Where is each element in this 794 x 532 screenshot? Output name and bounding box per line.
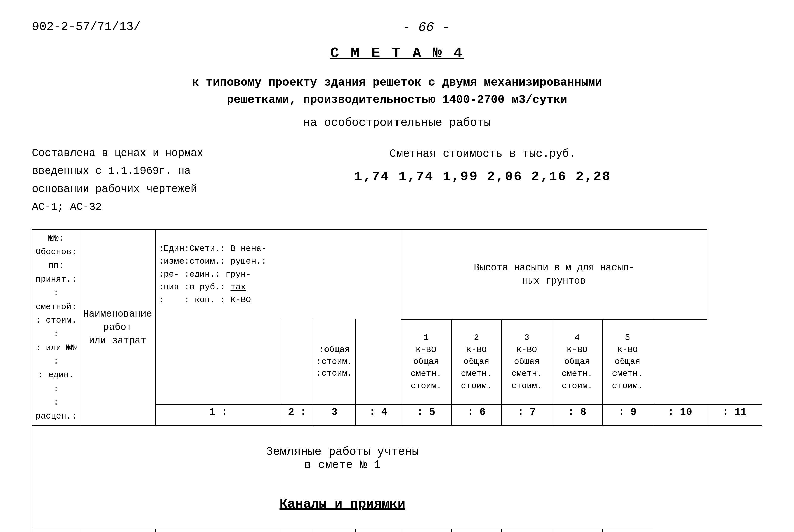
doc-subtitle: к типовому проекту здания решеток с двум… bbox=[32, 74, 762, 109]
col-header-height: Высота насыпи в м для насып-ных грунтов bbox=[401, 229, 707, 320]
col-idx-2: 2 : bbox=[281, 404, 313, 425]
row1-col7: 12,1 bbox=[401, 529, 451, 532]
col-idx-10: : 10 bbox=[653, 404, 707, 425]
info-section: Составлена в ценах и нормах введенных с … bbox=[32, 145, 762, 216]
main-table: №№: Обоснов:пп: принят.:: сметной:: стои… bbox=[32, 229, 762, 532]
section-note-row: Земляные работы учтены в смете № 1 bbox=[32, 438, 762, 479]
col-idx-8: : 8 bbox=[552, 404, 602, 425]
page-number: - 66 - bbox=[141, 20, 712, 35]
col-sub-price bbox=[281, 319, 313, 404]
info-right: Сметная стоимость в тыс.руб. 1,74 1,74 1… bbox=[203, 145, 762, 216]
col-header-1: №№: Обоснов:пп: принят.:: сметной:: стои… bbox=[32, 229, 80, 425]
col-sub-base: :общая:стоим.:стоим. bbox=[313, 319, 356, 404]
row1-col11: 12,1 bbox=[602, 529, 653, 532]
col-sub-unit bbox=[155, 319, 281, 404]
col-idx-4: : 4 bbox=[356, 404, 401, 425]
doc-subtitle2: на особостроительные работы bbox=[32, 116, 762, 129]
col-sub-5: 5К-ВОобщаясметн.стоим. bbox=[602, 319, 653, 404]
row1-unit: М2 bbox=[281, 529, 313, 532]
table-header-row1: №№: Обоснов:пп: принят.:: сметной:: стои… bbox=[32, 229, 762, 320]
row1-name: Уплотнение грунта щеб-нем толщ. 50 мм bbox=[155, 529, 281, 532]
col-sub-4: 4К-ВОобщаясметн.стоим. bbox=[552, 319, 602, 404]
row1-col8: 12,1 bbox=[451, 529, 502, 532]
doc-number: 902-2-57/71/13/ bbox=[32, 20, 141, 34]
col-idx-1: 1 : bbox=[155, 404, 281, 425]
row1-col10: 12,1 bbox=[552, 529, 602, 532]
row1-col6: 12,1 bbox=[356, 529, 401, 532]
table-row-1: 1 16-3925-6-а Уплотнение грунта щеб-нем … bbox=[32, 529, 762, 532]
col-idx-3: 3 bbox=[313, 404, 356, 425]
col-sub-1: 1К-ВОобщаясметн.стоим. bbox=[401, 319, 451, 404]
col-sub-3: 3К-ВОобщаясметн.стоим. bbox=[502, 319, 552, 404]
section-title-row: Каналы и приямки bbox=[32, 489, 762, 519]
row1-price: 0,39 bbox=[313, 529, 356, 532]
separator-row3 bbox=[32, 519, 762, 529]
col-idx-6: : 6 bbox=[451, 404, 502, 425]
col-idx-9: : 9 bbox=[602, 404, 653, 425]
doc-title: С М Е Т А № 4 bbox=[32, 45, 762, 61]
document-container: 902-2-57/71/13/ - 66 - С М Е Т А № 4 к т… bbox=[32, 20, 762, 532]
row1-num: 1 bbox=[32, 529, 80, 532]
col-idx-7: : 7 bbox=[502, 404, 552, 425]
header-line: 902-2-57/71/13/ - 66 - bbox=[32, 20, 762, 35]
row1-col9: 12,1 bbox=[502, 529, 552, 532]
col-header-units: :Един:Смети.: В нена-:изме:стоим.: рушен… bbox=[155, 229, 401, 320]
info-left: Составлена в ценах и нормах введенных с … bbox=[32, 145, 203, 216]
separator-row bbox=[32, 425, 762, 438]
col-idx-11: : 11 bbox=[707, 404, 762, 425]
col-header-name: Наименование работили затрат bbox=[80, 229, 155, 425]
separator-row2 bbox=[32, 479, 762, 489]
row1-ref: 16-3925-6-а bbox=[80, 529, 155, 532]
col-sub-x bbox=[356, 319, 401, 404]
col-idx-5: : 5 bbox=[401, 404, 451, 425]
col-sub-2: 2К-ВОобщаясметн.стоим. bbox=[451, 319, 502, 404]
